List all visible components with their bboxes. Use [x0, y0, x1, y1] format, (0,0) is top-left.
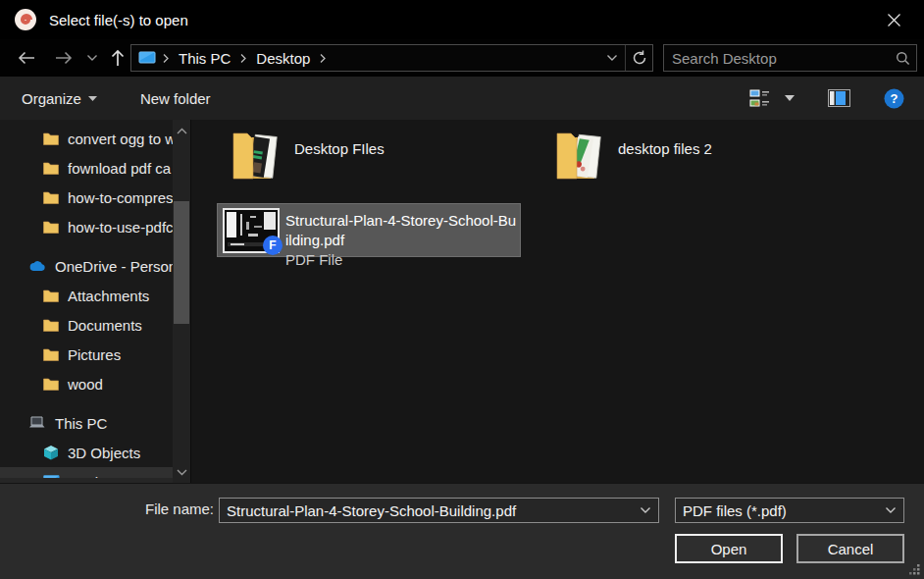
sidebar-item-label: wood: [68, 376, 103, 393]
sidebar-item-label: Attachments: [68, 288, 149, 304]
resize-grip[interactable]: [908, 563, 921, 576]
new-folder-label: New folder: [140, 90, 211, 107]
file-type: PDF File: [285, 250, 519, 269]
organize-button[interactable]: Organize: [22, 90, 97, 107]
sidebar-item-pictures[interactable]: Pictures: [0, 340, 173, 369]
sidebar-item-how-to-compress[interactable]: how-to-compres: [0, 183, 173, 212]
folder-item-desktop-files-2[interactable]: desktop files 2: [540, 126, 845, 190]
sidebar-item-label: 3D Objects: [68, 445, 140, 461]
file-name-combobox[interactable]: Structural-Plan-4-Storey-School-Building…: [219, 498, 659, 523]
folder-icon: [43, 162, 59, 175]
new-folder-button[interactable]: New folder: [140, 90, 211, 107]
caret-down-icon: [785, 95, 795, 101]
refresh-button[interactable]: [625, 45, 652, 71]
folder-item-desktop-files[interactable]: Desktop FIles: [217, 126, 521, 190]
breadcrumb-chevron-icon: [239, 53, 247, 64]
sidebar-item-label: OneDrive - Person: [55, 258, 173, 275]
sidebar-item-label: how-to-compres: [68, 189, 173, 206]
sidebar-scrollbar[interactable]: [173, 120, 190, 483]
folder-icon: [43, 378, 59, 391]
sidebar-item-label: This PC: [55, 415, 107, 432]
open-button-label: Open: [711, 541, 747, 557]
open-button[interactable]: Open: [675, 534, 783, 563]
chevron-down-icon[interactable]: [878, 506, 903, 514]
file-name-value: Structural-Plan-4-Storey-School-Building…: [220, 502, 633, 519]
sidebar-item-label: fownload pdf ca: [68, 160, 171, 177]
search-icon[interactable]: [889, 51, 916, 66]
chevron-down-icon: [177, 469, 187, 476]
forward-button[interactable]: [49, 44, 78, 72]
file-name-label: File name:: [0, 497, 214, 522]
command-toolbar: Organize New folder: [0, 77, 924, 120]
svg-text:?: ?: [891, 91, 898, 106]
pdf-app-badge: F: [263, 236, 282, 255]
computer-icon: [28, 416, 46, 430]
organize-label: Organize: [22, 90, 81, 107]
up-button[interactable]: [104, 44, 131, 72]
preview-pane-button[interactable]: [822, 85, 856, 111]
folder-icon: [43, 319, 59, 332]
breadcrumb-this-pc[interactable]: This PC: [176, 50, 233, 67]
scrollbar-thumb[interactable]: [174, 201, 189, 324]
folder-icon: [43, 348, 59, 361]
folder-icon: [43, 191, 59, 204]
dialog-footer: File name: Structural-Plan-4-Storey-Scho…: [0, 483, 924, 579]
folder-name: desktop files 2: [618, 126, 712, 190]
arrow-up-icon: [110, 48, 126, 68]
folder-name: Desktop FIles: [294, 126, 385, 190]
folder-icon: [43, 132, 59, 145]
sidebar-item-documents[interactable]: Documents: [0, 310, 173, 340]
sidebar-item-attachments[interactable]: Attachments: [0, 281, 173, 310]
file-type-combobox[interactable]: PDF files (*.pdf): [675, 498, 904, 523]
chevron-down-icon: [606, 54, 618, 62]
close-button[interactable]: [871, 0, 916, 39]
chevron-down-icon[interactable]: [633, 506, 658, 514]
cancel-button[interactable]: Cancel: [796, 534, 904, 563]
address-dropdown-button[interactable]: [599, 45, 625, 71]
open-folder-icon: [231, 128, 281, 184]
title-bar: Select file(-s) to open: [0, 0, 924, 39]
breadcrumb-chevron-icon: [319, 53, 327, 64]
folder-icon: [43, 290, 59, 302]
search-input[interactable]: [664, 50, 889, 67]
view-options-button[interactable]: [744, 85, 777, 111]
navigation-pane: convert ogg to w fownload pdf ca how-to-…: [0, 120, 173, 483]
sidebar-item-onedrive[interactable]: OneDrive - Person: [0, 251, 173, 281]
refresh-icon: [632, 50, 647, 66]
arrow-left-icon: [17, 50, 36, 66]
scrollbar-up-button[interactable]: [173, 122, 190, 139]
view-thumbnails-icon: [749, 89, 771, 107]
file-list: Desktop FIles desktop files 2: [190, 120, 924, 483]
breadcrumb-desktop[interactable]: Desktop: [253, 50, 313, 67]
folder-icon: [43, 221, 59, 234]
window-title: Select file(-s) to open: [49, 12, 188, 28]
caret-down-icon: [88, 96, 97, 101]
address-bar[interactable]: This PC Desktop: [130, 44, 653, 72]
navigation-bar: This PC Desktop: [0, 39, 924, 77]
sidebar-item-label: how-to-use-pdfc: [68, 219, 173, 236]
app-spiral-icon: [14, 8, 37, 31]
pdf-thumbnail: F: [223, 208, 280, 253]
open-folder-icon: [555, 128, 604, 184]
desktop-location-icon[interactable]: [138, 51, 156, 65]
open-file-dialog: { "window": { "title": "Select file(-s) …: [0, 0, 924, 579]
sidebar-item-3d-objects[interactable]: 3D Objects: [0, 438, 173, 467]
preview-pane-icon: [828, 89, 850, 107]
file-item-selected-pdf[interactable]: F Structural-Plan-4-Storey-School-Buildi…: [217, 203, 521, 257]
chevron-up-icon: [177, 128, 187, 134]
recent-locations-button[interactable]: [82, 44, 102, 72]
sidebar-item-wood[interactable]: wood: [0, 369, 173, 398]
back-button[interactable]: [12, 44, 41, 72]
sidebar-item-how-to-use-pdf[interactable]: how-to-use-pdfc: [0, 212, 173, 241]
sidebar-item-convert-ogg[interactable]: convert ogg to w: [0, 124, 173, 153]
sidebar-item-this-pc[interactable]: This PC: [0, 408, 173, 438]
chevron-down-icon: [86, 54, 98, 62]
scrollbar-down-button[interactable]: [173, 463, 190, 481]
file-type-value: PDF files (*.pdf): [676, 502, 878, 519]
file-name: Structural-Plan-4-Storey-School-Building…: [285, 211, 519, 250]
sidebar-item-label: Pictures: [68, 346, 121, 363]
sidebar-item-fownload-pdf[interactable]: fownload pdf ca: [0, 153, 173, 183]
help-button[interactable]: ?: [878, 84, 910, 113]
arrow-right-icon: [54, 50, 74, 66]
view-options-caret-button[interactable]: [779, 91, 800, 105]
